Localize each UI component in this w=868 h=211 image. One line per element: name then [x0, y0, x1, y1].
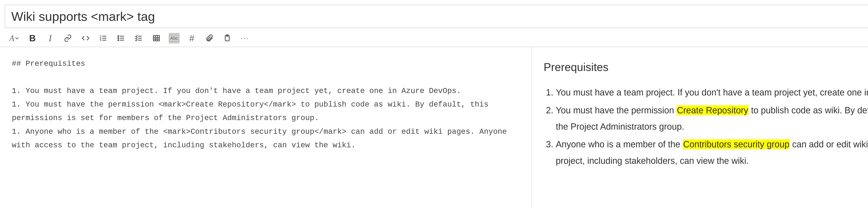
more-actions-button[interactable]: ···: [240, 33, 250, 43]
formatting-toolbar: A ⁄ B I 123 Abc #: [9, 33, 250, 43]
preview-list-item: Anyone who is a member of the Contributo…: [556, 136, 868, 169]
preview-heading: Prerequisites: [544, 57, 868, 78]
paste-button[interactable]: [222, 33, 232, 43]
bulleted-list-button[interactable]: [116, 33, 126, 43]
text-style-dropdown[interactable]: A ⁄: [9, 33, 20, 43]
preview-list: You must have a team project. If you don…: [544, 84, 868, 169]
code-button[interactable]: [80, 33, 91, 43]
preview-pane: Prerequisites You must have a team proje…: [532, 47, 868, 208]
svg-point-17: [118, 40, 119, 41]
italic-button[interactable]: I: [45, 33, 56, 43]
page-header: Close Save: [0, 0, 868, 28]
highlight-button[interactable]: Abc: [169, 33, 180, 43]
page-title-input[interactable]: [11, 9, 868, 24]
checklist-button[interactable]: [133, 33, 144, 43]
link-button[interactable]: [62, 33, 73, 43]
highlight-mark: Contributors security group: [683, 139, 790, 149]
svg-text:3: 3: [100, 39, 101, 41]
svg-point-16: [118, 38, 119, 39]
formatting-toolbar-row: A ⁄ B I 123 Abc #: [0, 28, 868, 47]
mention-button[interactable]: #: [186, 33, 197, 43]
preview-list-item: You must have the permission Create Repo…: [556, 102, 868, 135]
svg-point-15: [118, 36, 119, 37]
highlight-mark: Create Repository: [677, 105, 749, 115]
bold-button[interactable]: B: [27, 33, 38, 43]
title-wrapper: [5, 5, 868, 28]
preview-list-item: You must have a team project. If you don…: [556, 84, 868, 101]
svg-rect-21: [153, 36, 159, 41]
attach-button[interactable]: [204, 33, 215, 43]
markdown-editor-pane[interactable]: ## Prerequisites 1. You must have a team…: [0, 47, 532, 208]
numbered-list-button[interactable]: 123: [98, 33, 109, 43]
split-view: ## Prerequisites 1. You must have a team…: [0, 47, 868, 208]
table-button[interactable]: [151, 33, 162, 43]
